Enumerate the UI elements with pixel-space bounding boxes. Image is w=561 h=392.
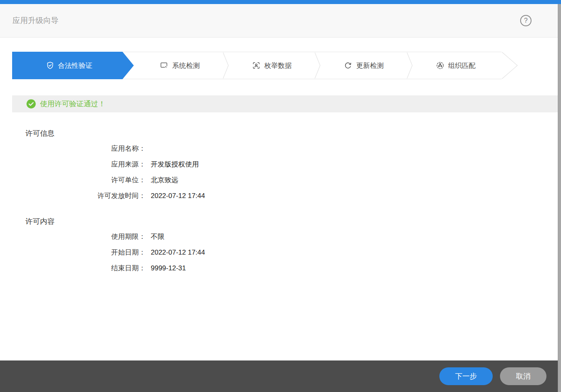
vertical-scrollbar[interactable] [558, 4, 561, 392]
row-value: 北京致远 [151, 175, 178, 185]
upgrade-wizard-window: 应用升级向导 ? 合法性验证 系统检测 [0, 0, 561, 392]
step-legality-verification[interactable]: 合法性验证 [12, 52, 134, 79]
row-value: 不限 [151, 232, 165, 241]
row-label: 开始日期： [12, 248, 146, 257]
page-title: 应用升级向导 [13, 4, 59, 37]
row-label: 应用来源： [12, 160, 146, 169]
row-value: 2022-07-12 17:44 [151, 192, 205, 200]
section-title-license-info: 许可信息 [25, 129, 55, 138]
row-label: 使用期限： [12, 232, 146, 241]
row-app-name: 应用名称： [12, 141, 205, 156]
step-label: 更新检测 [356, 61, 384, 70]
row-value: 2022-07-12 17:44 [151, 249, 205, 257]
license-info-rows: 应用名称： 应用来源： 开发版授权使用 许可单位： 北京致远 许可发放时间： 2… [12, 141, 205, 204]
wizard-step-bar: 合法性验证 系统检测 枚举数据 [12, 52, 502, 79]
step-system-detection[interactable]: 系统检测 [134, 52, 226, 79]
refresh-icon [344, 61, 352, 70]
help-circle-icon[interactable]: ? [520, 15, 531, 26]
row-label: 许可发放时间： [12, 191, 146, 200]
next-button[interactable]: 下一步 [439, 367, 493, 385]
step-label: 系统检测 [172, 61, 200, 70]
monitor-cursor-icon [160, 61, 169, 70]
step-update-detection[interactable]: 更新检测 [318, 52, 410, 79]
step-enumerate-data[interactable]: 枚举数据 [226, 52, 318, 79]
step-org-matching[interactable]: 组织匹配 [410, 52, 502, 79]
step-label: 组织匹配 [448, 61, 476, 70]
row-start-date: 开始日期： 2022-07-12 17:44 [12, 244, 205, 260]
shield-check-icon [46, 61, 55, 70]
step-bar-end-chevron [502, 52, 519, 79]
row-end-date: 结束日期： 9999-12-31 [12, 260, 205, 276]
row-license-unit: 许可单位： 北京致远 [12, 172, 205, 188]
row-value: 9999-12-31 [151, 264, 186, 272]
row-label: 结束日期： [12, 263, 146, 273]
license-status-banner: 使用许可验证通过！ [12, 95, 558, 112]
row-value: 开发版授权使用 [151, 160, 199, 169]
license-content-rows: 使用期限： 不限 开始日期： 2022-07-12 17:44 结束日期： 99… [12, 229, 205, 276]
wizard-header: 应用升级向导 ? [0, 4, 561, 38]
check-circle-icon [26, 99, 36, 109]
step-label: 合法性验证 [58, 61, 93, 70]
enumerate-person-icon [252, 61, 261, 70]
section-title-license-content: 许可内容 [25, 217, 55, 226]
org-match-icon [436, 61, 445, 70]
row-usage-period: 使用期限： 不限 [12, 229, 205, 244]
row-label: 应用名称： [12, 144, 146, 153]
row-label: 许可单位： [12, 175, 146, 185]
top-accent-bar [0, 0, 561, 4]
row-license-issue-time: 许可发放时间： 2022-07-12 17:44 [12, 188, 205, 204]
step-label: 枚举数据 [264, 61, 292, 70]
status-message: 使用许可验证通过！ [40, 99, 105, 109]
wizard-footer: 下一步 取消 [0, 360, 561, 392]
row-app-source: 应用来源： 开发版授权使用 [12, 156, 205, 172]
cancel-button[interactable]: 取消 [500, 367, 546, 385]
